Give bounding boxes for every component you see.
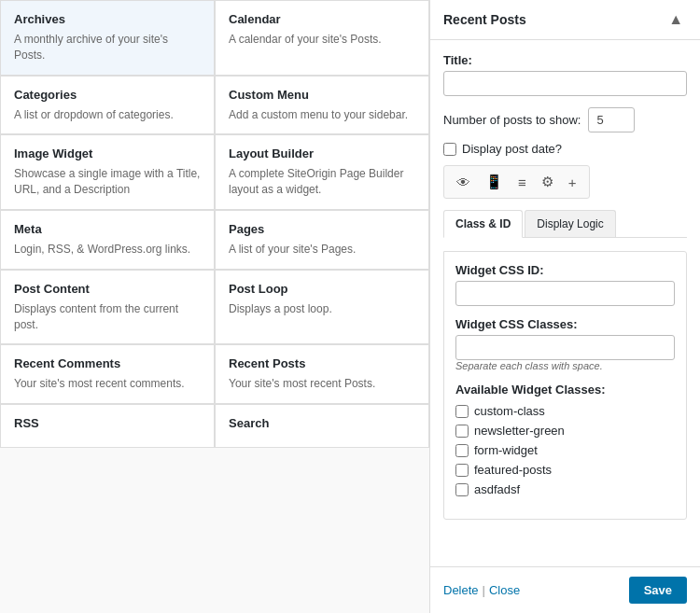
class-label-newsletter-green: newsletter-green: [474, 424, 565, 438]
widget-desc-calendar: A calendar of your site's Posts.: [229, 32, 415, 48]
class-item-asdfadsf: asdfadsf: [455, 482, 675, 496]
widget-cell-post-loop[interactable]: Post LoopDisplays a post loop.: [215, 270, 429, 345]
class-label-form-widget: form-widget: [474, 443, 538, 457]
class-checkbox-form-widget[interactable]: [455, 444, 469, 457]
footer-links: Delete | Close: [443, 583, 520, 597]
widget-desc-archives: A monthly archive of your site's Posts.: [14, 32, 201, 63]
widget-list-panel: ArchivesA monthly archive of your site's…: [0, 0, 429, 613]
widget-cell-pages[interactable]: PagesA list of your site's Pages.: [215, 210, 429, 270]
widget-title-meta: Meta: [14, 222, 201, 236]
widget-desc-categories: A list or dropdown of categories.: [14, 107, 201, 123]
save-button[interactable]: Save: [629, 577, 687, 604]
panel-header: Recent Posts ▲: [430, 0, 700, 40]
mobile-icon-button[interactable]: 📱: [479, 170, 510, 194]
widget-desc-recent-comments: Your site's most recent comments.: [14, 376, 201, 392]
footer-separator: |: [483, 583, 485, 597]
widget-cell-archives[interactable]: ArchivesA monthly archive of your site's…: [0, 0, 215, 76]
widget-cell-layout-builder[interactable]: Layout BuilderA complete SiteOrigin Page…: [215, 134, 429, 210]
title-field-group: Title:: [443, 53, 687, 96]
widget-desc-pages: A list of your site's Pages.: [229, 242, 415, 258]
css-classes-hint: Separate each class with space.: [455, 360, 675, 371]
widget-cell-recent-comments[interactable]: Recent CommentsYour site's most recent c…: [0, 344, 215, 404]
class-label-featured-posts: featured-posts: [474, 463, 552, 477]
widget-settings-panel: Recent Posts ▲ Title: Number of posts to…: [429, 0, 700, 613]
panel-title: Recent Posts: [443, 12, 526, 27]
widget-desc-custom-menu: Add a custom menu to your sidebar.: [229, 107, 415, 123]
display-date-group: Display post date?: [443, 142, 687, 156]
collapse-button[interactable]: ▲: [665, 11, 687, 28]
widget-title-calendar: Calendar: [229, 12, 415, 26]
css-classes-label: Widget CSS Classes:: [455, 317, 675, 331]
widget-cell-recent-posts[interactable]: Recent PostsYour site's most recent Post…: [215, 344, 429, 404]
css-id-input[interactable]: [455, 281, 675, 306]
eye-icon-button[interactable]: 👁: [450, 171, 477, 194]
available-classes-list: custom-classnewsletter-greenform-widgetf…: [455, 404, 675, 496]
widget-desc-layout-builder: A complete SiteOrigin Page Builder layou…: [229, 166, 415, 198]
close-link[interactable]: Close: [489, 583, 520, 597]
class-item-custom-class: custom-class: [455, 404, 675, 418]
widget-cell-post-content[interactable]: Post ContentDisplays content from the cu…: [0, 270, 215, 345]
widget-title-image-widget: Image Widget: [14, 146, 201, 160]
panel-body: Title: Number of posts to show: Display …: [430, 40, 700, 566]
available-classes-group: Available Widget Classes: custom-classne…: [455, 383, 675, 496]
widget-cell-custom-menu[interactable]: Custom MenuAdd a custom menu to your sid…: [215, 76, 429, 135]
tab-bar: Class & IDDisplay Logic: [443, 210, 687, 238]
display-date-checkbox[interactable]: [443, 143, 456, 156]
widget-desc-post-loop: Displays a post loop.: [229, 301, 415, 317]
widget-cell-image-widget[interactable]: Image WidgetShowcase a single image with…: [0, 134, 215, 210]
posts-count-group: Number of posts to show:: [443, 107, 687, 132]
delete-link[interactable]: Delete: [443, 583, 479, 597]
widget-desc-meta: Login, RSS, & WordPress.org links.: [14, 242, 201, 258]
css-id-label: Widget CSS ID:: [455, 263, 675, 277]
align-icon-button[interactable]: ≡: [511, 171, 533, 194]
display-date-label: Display post date?: [462, 142, 562, 156]
widget-cell-search[interactable]: Search: [215, 404, 429, 448]
class-item-form-widget: form-widget: [455, 443, 675, 457]
widget-title-categories: Categories: [14, 88, 201, 102]
widget-cell-rss[interactable]: RSS: [0, 404, 215, 448]
widget-title-recent-posts: Recent Posts: [229, 356, 415, 370]
posts-count-input[interactable]: [588, 107, 635, 132]
widget-desc-image-widget: Showcase a single image with a Title, UR…: [14, 166, 201, 198]
css-classes-input[interactable]: [455, 335, 675, 360]
class-checkbox-asdfadsf[interactable]: [455, 483, 469, 496]
widget-title-post-content: Post Content: [14, 282, 201, 296]
widget-title-search: Search: [229, 416, 415, 430]
class-checkbox-custom-class[interactable]: [455, 405, 469, 418]
widget-title-rss: RSS: [14, 416, 201, 430]
class-label-custom-class: custom-class: [474, 404, 545, 418]
class-checkbox-featured-posts[interactable]: [455, 464, 469, 477]
widget-title-archives: Archives: [14, 12, 201, 26]
available-classes-title: Available Widget Classes:: [455, 383, 675, 397]
widget-desc-recent-posts: Your site's most recent Posts.: [229, 376, 415, 392]
widget-title-recent-comments: Recent Comments: [14, 356, 201, 370]
class-checkbox-newsletter-green[interactable]: [455, 425, 469, 438]
widget-title-custom-menu: Custom Menu: [229, 88, 415, 102]
widget-title-post-loop: Post Loop: [229, 282, 415, 296]
title-label: Title:: [443, 53, 687, 67]
widget-grid: ArchivesA monthly archive of your site's…: [0, 0, 429, 448]
widget-cell-meta[interactable]: MetaLogin, RSS, & WordPress.org links.: [0, 210, 215, 270]
tab-content: Widget CSS ID: Widget CSS Classes: Separ…: [443, 251, 687, 520]
class-label-asdfadsf: asdfadsf: [474, 482, 520, 496]
icon-toolbar: 👁📱≡⚙+: [443, 165, 590, 199]
posts-count-label: Number of posts to show:: [443, 113, 581, 127]
tab-class-id[interactable]: Class & ID: [443, 210, 523, 238]
widget-title-pages: Pages: [229, 222, 415, 236]
gear-icon-button[interactable]: ⚙: [535, 170, 560, 194]
title-input[interactable]: [443, 71, 687, 96]
widget-title-layout-builder: Layout Builder: [229, 146, 415, 160]
widget-desc-post-content: Displays content from the current post.: [14, 301, 201, 333]
widget-cell-calendar[interactable]: CalendarA calendar of your site's Posts.: [215, 0, 429, 76]
class-item-featured-posts: featured-posts: [455, 463, 675, 477]
css-classes-group: Widget CSS Classes: Separate each class …: [455, 317, 675, 371]
class-item-newsletter-green: newsletter-green: [455, 424, 675, 438]
panel-footer: Delete | Close Save: [430, 566, 700, 613]
css-id-group: Widget CSS ID:: [455, 263, 675, 306]
tab-display-logic[interactable]: Display Logic: [525, 210, 615, 237]
plus-icon-button[interactable]: +: [562, 171, 583, 194]
widget-cell-categories[interactable]: CategoriesA list or dropdown of categori…: [0, 76, 215, 135]
